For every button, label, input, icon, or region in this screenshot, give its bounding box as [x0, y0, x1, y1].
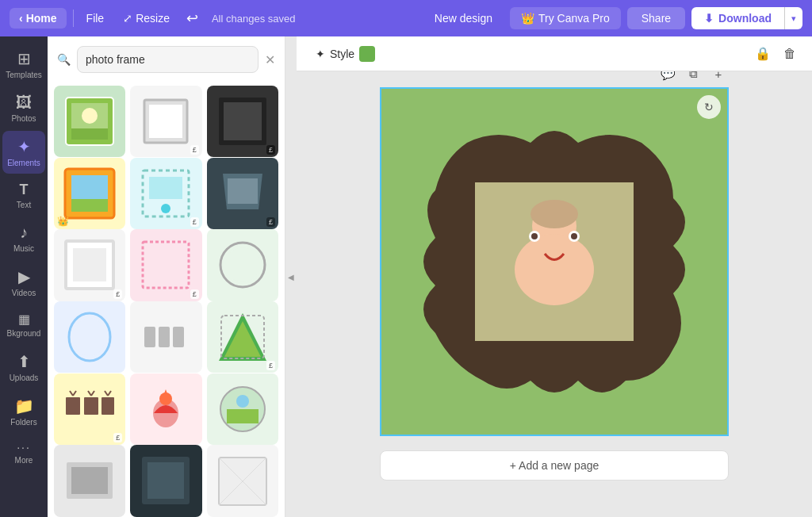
canvas-toolbar: ✦ Style 🔒 🗑: [297, 36, 812, 71]
svg-rect-2: [71, 128, 108, 140]
sidebar-item-folders[interactable]: 📁 Folders: [2, 390, 45, 433]
copy-button[interactable]: ⧉: [683, 71, 703, 84]
svg-rect-9: [71, 175, 108, 199]
list-item[interactable]: [207, 445, 278, 516]
ornate-frame-svg: [404, 111, 705, 412]
text-icon: T: [20, 182, 29, 198]
svg-rect-29: [66, 397, 80, 415]
svg-point-61: [531, 233, 538, 239]
canvas-page[interactable]: ↻: [380, 87, 729, 436]
svg-rect-16: [73, 248, 106, 281]
color-swatch[interactable]: [359, 46, 375, 62]
sidebar-item-more[interactable]: ··· More: [2, 435, 45, 471]
search-clear-button[interactable]: ✕: [265, 52, 275, 67]
delete-canvas-button[interactable]: 🗑: [780, 44, 799, 64]
svg-point-55: [530, 200, 578, 228]
sidebar-item-templates[interactable]: ⊞ Templates: [2, 43, 45, 86]
download-button[interactable]: ⬇ Download: [691, 7, 784, 29]
list-item[interactable]: 👑: [54, 158, 125, 229]
panel-collapse-handle[interactable]: ◀: [285, 36, 297, 517]
file-button[interactable]: File: [80, 8, 111, 29]
list-item[interactable]: [130, 445, 201, 516]
collapse-icon: ◀: [288, 273, 294, 281]
uploads-icon: ⬆: [17, 352, 31, 371]
canvas-corner-buttons: 💬 ⧉ +: [657, 71, 729, 84]
elements-grid: £ £ 👑: [48, 81, 285, 517]
undo-button[interactable]: ↩: [182, 6, 202, 31]
sidebar-label-music: Music: [13, 244, 34, 253]
download-group: ⬇ Download ▾: [691, 7, 802, 29]
topbar-right: New design 👑 Try Canva Pro Share ⬇ Downl…: [423, 7, 802, 29]
frame-container: [381, 89, 727, 435]
svg-line-37: [108, 391, 111, 396]
sidebar-label-background: Bkground: [7, 329, 41, 338]
list-item[interactable]: [207, 373, 278, 445]
list-item[interactable]: [130, 301, 201, 373]
sidebar-item-elements[interactable]: ✦ Elements: [2, 131, 45, 174]
sidebar-item-background[interactable]: ▦ Bkground: [2, 305, 45, 344]
list-item[interactable]: £: [207, 86, 278, 157]
lock-button[interactable]: 🔒: [752, 43, 774, 64]
style-button[interactable]: ✦ Style: [309, 43, 381, 65]
sidebar-item-uploads[interactable]: ⬆ Uploads: [2, 346, 45, 389]
topbar: ‹ Home File ⤢ Resize ↩ All changes saved…: [0, 0, 812, 36]
list-item[interactable]: [54, 445, 125, 516]
sidebar-item-text[interactable]: T Text: [2, 175, 45, 216]
add-page-button[interactable]: + Add a new page: [380, 450, 729, 481]
list-item[interactable]: £: [130, 158, 201, 229]
new-design-button[interactable]: New design: [423, 7, 504, 29]
list-item[interactable]: £: [207, 158, 278, 229]
svg-rect-23: [144, 327, 155, 347]
sidebar-label-elements: Elements: [7, 159, 40, 167]
svg-point-62: [571, 233, 577, 239]
list-item[interactable]: [207, 229, 278, 301]
photos-icon: 🖼: [16, 94, 32, 112]
list-item[interactable]: £: [54, 229, 125, 301]
home-chevron-icon: ‹: [19, 12, 23, 25]
svg-rect-18: [149, 248, 182, 281]
svg-rect-43: [227, 409, 259, 423]
svg-rect-10: [71, 199, 108, 212]
list-item[interactable]: [54, 86, 125, 157]
sidebar-label-folders: Folders: [10, 418, 36, 427]
videos-icon: ▶: [18, 267, 30, 286]
resize-icon: ⤢: [123, 12, 132, 25]
canvas-area: ✦ Style 🔒 🗑 💬 ⧉ + ↻: [297, 36, 812, 517]
sidebar-label-more: More: [15, 456, 33, 465]
svg-point-56: [515, 234, 594, 305]
list-item[interactable]: £: [130, 86, 201, 157]
sidebar-item-videos[interactable]: ▶ Videos: [2, 261, 45, 304]
try-pro-button[interactable]: 👑 Try Canva Pro: [510, 7, 621, 29]
resize-button[interactable]: ⤢ Resize: [117, 8, 176, 29]
svg-point-13: [161, 204, 170, 213]
templates-icon: ⊞: [17, 49, 31, 68]
svg-point-42: [236, 395, 249, 408]
list-item[interactable]: £: [54, 373, 125, 445]
list-item[interactable]: £: [130, 229, 201, 301]
sidebar-label-uploads: Uploads: [10, 373, 39, 382]
sidebar-item-music[interactable]: ♪ Music: [2, 217, 45, 259]
sparkle-icon: ✦: [316, 48, 325, 60]
search-input[interactable]: [77, 46, 259, 73]
sidebar-label-templates: Templates: [6, 71, 42, 79]
sidebar: ⊞ Templates 🖼 Photos ✦ Elements T Text ♪…: [0, 36, 48, 517]
svg-point-20: [225, 247, 260, 282]
sidebar-item-photos[interactable]: 🖼 Photos: [2, 87, 45, 129]
svg-rect-45: [71, 467, 108, 494]
canvas-toolbar-right: 🔒 🗑: [752, 43, 799, 64]
list-item[interactable]: [54, 301, 125, 373]
canvas-scroll[interactable]: 💬 ⧉ + ↻: [297, 71, 812, 517]
download-chevron-button[interactable]: ▾: [784, 7, 802, 29]
topbar-left: ‹ Home File ⤢ Resize ↩ All changes saved: [10, 6, 417, 31]
share-button[interactable]: Share: [627, 7, 685, 29]
elements-icon: ✦: [17, 137, 31, 156]
svg-rect-35: [102, 397, 114, 415]
list-item[interactable]: [130, 373, 201, 445]
add-section-button[interactable]: +: [708, 71, 729, 84]
home-label: Home: [26, 12, 57, 25]
home-button[interactable]: ‹ Home: [10, 8, 67, 29]
svg-point-3: [82, 108, 98, 124]
list-item[interactable]: £: [207, 301, 278, 373]
sidebar-label-photos: Photos: [11, 114, 36, 123]
comment-button[interactable]: 💬: [657, 71, 678, 84]
